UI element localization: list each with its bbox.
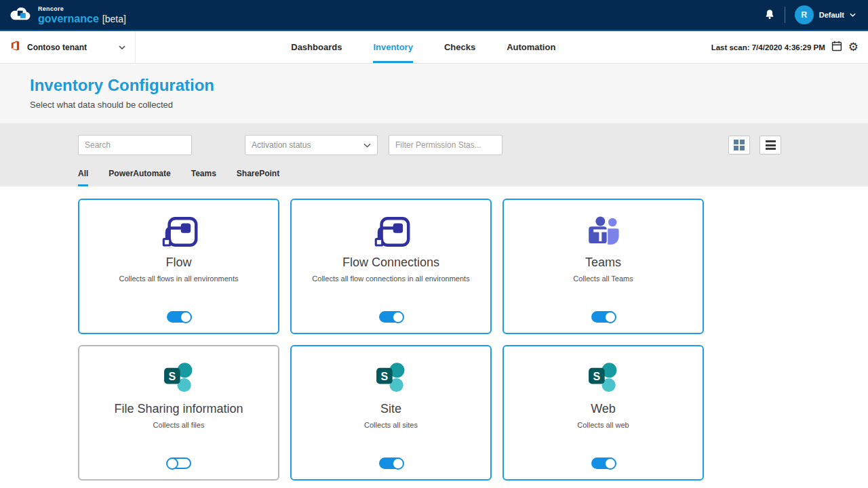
tab-checks[interactable]: Checks bbox=[444, 31, 475, 63]
card-description: Collects all files bbox=[153, 421, 205, 429]
category-tabs: All PowerAutomate Teams SharePoint bbox=[78, 169, 868, 186]
teams-icon bbox=[585, 214, 623, 250]
activation-status-select[interactable]: Activation status bbox=[245, 135, 378, 155]
power-automate-flow-icon bbox=[159, 214, 199, 250]
card-title: Flow Connections bbox=[342, 256, 439, 270]
avatar[interactable]: R bbox=[795, 5, 814, 24]
cards-grid: Flow Collects all flows in all environme… bbox=[78, 199, 868, 481]
tab-automation[interactable]: Automation bbox=[507, 31, 555, 63]
card-description: Collects all web bbox=[577, 421, 629, 429]
page-subtitle: Select what data should be collected bbox=[30, 100, 838, 110]
tenant-selector[interactable]: Contoso tenant bbox=[0, 31, 136, 63]
category-tab-sharepoint[interactable]: SharePoint bbox=[237, 169, 279, 186]
main-tabs: Dashboards Inventory Checks Automation bbox=[136, 31, 711, 63]
navbar: Contoso tenant Dashboards Inventory Chec… bbox=[0, 31, 868, 64]
gear-icon: ⚙ bbox=[848, 41, 859, 53]
category-tab-teams[interactable]: Teams bbox=[191, 169, 216, 186]
card-title: File Sharing information bbox=[114, 402, 243, 416]
category-tab-powerautomate[interactable]: PowerAutomate bbox=[108, 169, 170, 186]
inventory-card: Flow Connections Collects all flow conne… bbox=[290, 199, 492, 334]
profile-menu[interactable]: R Default bbox=[795, 5, 856, 24]
topbar: Rencore governance [beta] R Default bbox=[0, 0, 868, 31]
card-title: Site bbox=[380, 402, 401, 416]
sharepoint-icon: S bbox=[161, 360, 197, 396]
card-toggle[interactable] bbox=[591, 311, 616, 323]
card-toggle[interactable] bbox=[379, 458, 403, 469]
calendar-button[interactable] bbox=[831, 41, 842, 54]
bell-icon bbox=[764, 9, 775, 22]
activation-status-label: Activation status bbox=[252, 140, 311, 150]
permission-filter-input[interactable] bbox=[389, 135, 502, 155]
card-title: Teams bbox=[585, 256, 621, 270]
list-view-button[interactable] bbox=[760, 136, 781, 155]
toggle-knob bbox=[392, 311, 404, 323]
svg-text:S: S bbox=[168, 370, 176, 382]
office-tenant-icon bbox=[9, 40, 21, 54]
toggle-knob bbox=[604, 311, 616, 323]
card-description: Collects all sites bbox=[364, 421, 418, 429]
sharepoint-icon: S bbox=[585, 360, 622, 396]
chevron-down-icon bbox=[363, 143, 371, 148]
inventory-card: S Web Collects all web bbox=[502, 345, 704, 481]
profile-label: Default bbox=[819, 11, 844, 19]
filter-bar: Activation status All PowerAutomate Team… bbox=[0, 123, 868, 186]
grid-view-button[interactable] bbox=[728, 136, 750, 155]
brand: Rencore governance [beta] bbox=[9, 5, 126, 25]
svg-text:S: S bbox=[593, 370, 600, 382]
tab-dashboards[interactable]: Dashboards bbox=[291, 31, 342, 63]
tab-inventory[interactable]: Inventory bbox=[373, 31, 413, 63]
rencore-logo-icon bbox=[9, 5, 33, 25]
toggle-knob bbox=[604, 458, 616, 470]
brand-company: Rencore bbox=[38, 6, 126, 12]
tenant-label: Contoso tenant bbox=[27, 43, 113, 52]
chevron-down-icon bbox=[119, 45, 125, 49]
card-toggle[interactable] bbox=[167, 311, 191, 323]
toggle-knob bbox=[166, 458, 178, 470]
toggle-knob bbox=[392, 458, 404, 470]
topbar-divider bbox=[785, 7, 785, 23]
power-automate-flow-icon bbox=[372, 214, 411, 250]
brand-beta: [beta] bbox=[102, 14, 126, 24]
card-toggle[interactable] bbox=[167, 458, 191, 469]
toggle-knob bbox=[180, 311, 192, 323]
inventory-card: S File Sharing information Collects all … bbox=[78, 345, 279, 481]
card-toggle[interactable] bbox=[591, 458, 616, 469]
card-title: Flow bbox=[165, 256, 191, 270]
list-view-icon bbox=[766, 140, 776, 150]
page-header: Inventory Configuration Select what data… bbox=[0, 64, 868, 123]
inventory-card: Flow Collects all flows in all environme… bbox=[78, 199, 279, 334]
grid-view-icon bbox=[734, 140, 745, 150]
inventory-cards-section: Flow Collects all flows in all environme… bbox=[0, 186, 868, 488]
card-description: Collects all flows in all environments bbox=[119, 274, 238, 283]
sharepoint-icon: S bbox=[373, 360, 410, 396]
category-tab-all[interactable]: All bbox=[78, 169, 88, 186]
settings-button[interactable]: ⚙ bbox=[848, 41, 859, 53]
page-title: Inventory Configuration bbox=[30, 76, 838, 95]
chevron-down-icon bbox=[850, 13, 856, 17]
svg-text:S: S bbox=[380, 370, 388, 382]
card-description: Collects all Teams bbox=[573, 274, 633, 283]
brand-product: governance bbox=[38, 14, 99, 24]
inventory-card: Teams Collects all Teams bbox=[502, 199, 704, 334]
card-title: Web bbox=[591, 402, 616, 416]
card-toggle[interactable] bbox=[379, 311, 403, 323]
notifications-button[interactable] bbox=[764, 9, 775, 22]
search-input[interactable] bbox=[78, 135, 192, 155]
inventory-card: S Site Collects all sites bbox=[290, 345, 492, 481]
last-scan-text: Last scan: 7/4/2020 4:36:29 PM bbox=[711, 43, 825, 52]
card-description: Collects all flow connections in all env… bbox=[312, 274, 469, 283]
calendar-icon bbox=[831, 41, 842, 54]
